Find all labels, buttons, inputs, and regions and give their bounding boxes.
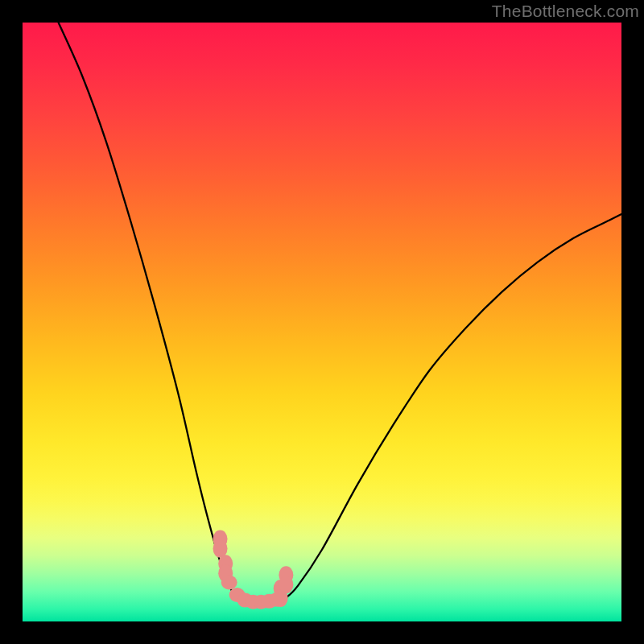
svg-point-7 <box>279 576 293 593</box>
svg-point-14 <box>269 592 285 607</box>
curve-bottleneck-curve <box>59 23 621 604</box>
watermark-text: TheBottleneck.com <box>492 2 639 21</box>
svg-point-8 <box>221 576 237 590</box>
svg-point-1 <box>213 540 228 558</box>
annotation-valley-marker <box>213 530 294 609</box>
chart-frame: TheBottleneck.com <box>0 0 644 644</box>
chart-svg <box>0 0 644 644</box>
